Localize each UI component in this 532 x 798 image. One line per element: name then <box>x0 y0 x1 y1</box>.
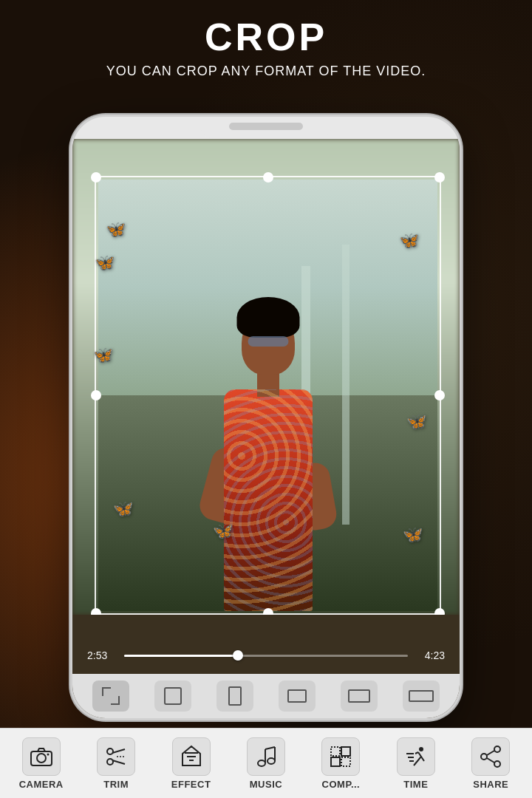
crop-handle-top-left[interactable] <box>91 172 101 183</box>
bottom-nav: CAMERA TRIM EFFECT <box>0 728 532 798</box>
crop-selection-box[interactable] <box>95 176 441 615</box>
crop-handle-top-mid[interactable] <box>263 172 273 183</box>
butterfly-6: 🦋 <box>113 499 133 519</box>
crop-handle-mid-left[interactable] <box>91 390 101 400</box>
svg-rect-17 <box>331 747 340 756</box>
page-subtitle: YOU CAN CROP ANY FORMAT OF THE VIDEO. <box>0 64 532 79</box>
crop-corners-icon <box>102 687 120 705</box>
svg-point-13 <box>267 758 275 764</box>
comp-icon <box>330 746 352 768</box>
nav-label-music: MUSIC <box>250 779 282 790</box>
svg-point-2 <box>47 753 49 755</box>
crop-handle-bottom-left[interactable] <box>91 608 101 615</box>
svg-point-26 <box>494 761 500 767</box>
nav-label-trim: TRIM <box>103 779 129 790</box>
nav-item-effect[interactable]: EFFECT <box>154 737 228 790</box>
nav-item-time[interactable]: TIME <box>378 737 453 790</box>
crop-format-portrait[interactable] <box>216 681 253 712</box>
crop-format-landscape[interactable] <box>279 681 316 712</box>
nav-label-comp: COMP... <box>322 779 361 790</box>
crop-handle-top-right[interactable] <box>434 172 445 183</box>
crop-wide-icon <box>348 689 370 703</box>
butterfly-8: 🦋 <box>213 522 233 541</box>
svg-point-25 <box>494 746 500 752</box>
svg-line-28 <box>487 751 494 755</box>
share-icon-wrapper <box>471 737 510 776</box>
filter-icon <box>181 745 202 768</box>
phone-notch-bar <box>229 123 303 130</box>
camera-icon <box>30 747 52 766</box>
time-icon <box>405 746 427 767</box>
nav-item-music[interactable]: MUSIC <box>228 737 303 790</box>
page-title: CROP <box>0 15 532 59</box>
effect-icon-wrapper <box>172 737 211 776</box>
music-icon-wrapper <box>247 737 285 776</box>
crop-handle-mid-right[interactable] <box>434 390 445 400</box>
scrubber-fill <box>124 655 238 657</box>
phone-screen: 🦋 🦋 🦋 🦋 🦋 🦋 🦋 🦋 2:53 <box>72 139 460 718</box>
crop-format-ultra[interactable] <box>403 681 440 712</box>
time-icon-wrapper <box>397 737 435 776</box>
time-current: 2:53 <box>87 649 117 661</box>
nav-item-share[interactable]: SHARE <box>454 737 528 790</box>
butterfly-2: 🦋 <box>95 253 115 273</box>
butterfly-5: 🦋 <box>406 412 426 432</box>
comp-icon-wrapper <box>321 737 360 776</box>
nav-label-share: SHARE <box>473 779 508 790</box>
header: CROP YOU CAN CROP ANY FORMAT OF THE VIDE… <box>0 15 532 79</box>
svg-point-3 <box>107 748 113 754</box>
butterfly-1: 🦋 <box>106 220 126 239</box>
crop-handle-bottom-right[interactable] <box>434 608 445 615</box>
svg-point-27 <box>481 754 487 760</box>
music-icon <box>256 746 276 768</box>
svg-line-16 <box>265 747 275 749</box>
svg-point-21 <box>419 747 423 751</box>
nav-label-effect: EFFECT <box>171 779 211 790</box>
crop-ultra-icon <box>409 690 434 702</box>
svg-rect-19 <box>331 757 340 766</box>
svg-line-5 <box>112 749 125 753</box>
scrubber-thumb[interactable] <box>233 650 243 661</box>
scissors-icon <box>105 746 127 768</box>
share-icon <box>480 746 502 768</box>
svg-line-6 <box>112 760 125 764</box>
video-area: 🦋 🦋 🦋 🦋 🦋 🦋 🦋 🦋 <box>72 139 460 615</box>
nav-item-comp[interactable]: COMP... <box>304 737 378 790</box>
butterfly-4: 🦋 <box>93 346 113 365</box>
svg-rect-20 <box>341 757 350 766</box>
scrubber-track[interactable] <box>124 655 408 657</box>
crop-square-icon <box>164 687 182 705</box>
crop-format-square[interactable] <box>154 681 191 712</box>
trim-icon-wrapper <box>97 737 135 776</box>
crop-landscape-icon <box>287 689 307 703</box>
crop-format-wide[interactable] <box>341 681 378 712</box>
svg-point-1 <box>37 754 46 763</box>
camera-icon-wrapper <box>22 737 61 776</box>
phone-mockup: 🦋 🦋 🦋 🦋 🦋 🦋 🦋 🦋 2:53 <box>70 115 462 720</box>
nav-label-time: TIME <box>403 779 428 790</box>
nav-label-camera: CAMERA <box>19 779 64 790</box>
crop-formats-bar <box>72 674 460 718</box>
nav-item-camera[interactable]: CAMERA <box>4 737 78 790</box>
phone-notch <box>200 117 332 139</box>
butterfly-3: 🦋 <box>399 231 419 250</box>
svg-point-4 <box>107 759 113 765</box>
crop-handle-bottom-mid[interactable] <box>263 608 273 615</box>
crop-format-free[interactable] <box>92 681 129 712</box>
svg-rect-18 <box>341 747 350 756</box>
time-total: 4:23 <box>415 649 445 661</box>
nav-item-trim[interactable]: TRIM <box>78 737 153 790</box>
timeline-area: 2:53 4:23 <box>72 637 460 674</box>
svg-line-29 <box>487 758 494 763</box>
crop-portrait-icon <box>228 686 242 706</box>
butterfly-7: 🦋 <box>403 525 423 545</box>
svg-point-12 <box>258 760 265 766</box>
